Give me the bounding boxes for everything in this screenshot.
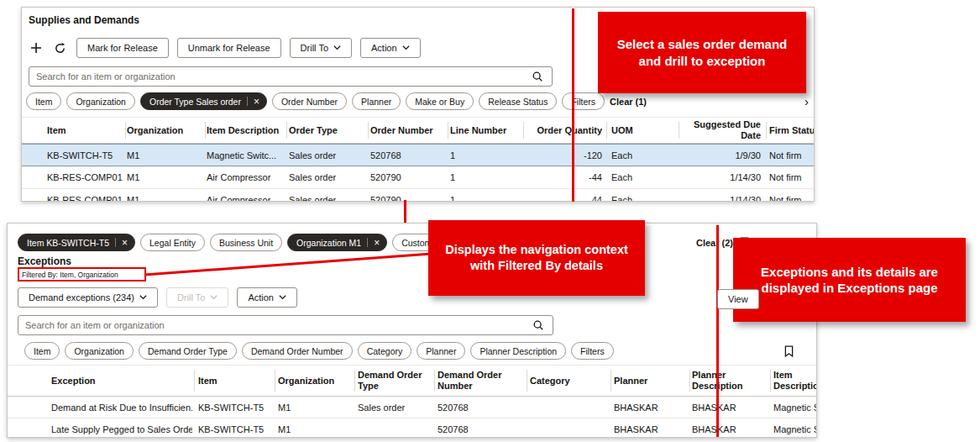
exception-type-dropdown[interactable]: Demand exceptions (234)	[18, 287, 158, 308]
filter-chip-filters[interactable]: Filters	[562, 92, 605, 110]
filter-chip-item[interactable]: Item	[26, 92, 61, 110]
cell-exception: Late Supply Pegged to Sales Order	[51, 418, 192, 438]
cell-planner-description: BHASKAR	[692, 397, 766, 418]
cell-firm-status: Not firm	[769, 166, 815, 188]
close-icon[interactable]: ×	[254, 97, 259, 107]
column-separator	[689, 370, 690, 392]
column-header-uom[interactable]: UOM	[611, 118, 677, 143]
supplies-row-2[interactable]: KB-RES-COMP01 M1 Air Compressor Sales or…	[22, 166, 814, 189]
mark-for-release-button[interactable]: Mark for Release	[76, 38, 169, 58]
cell-order-quantity: -44	[526, 166, 602, 188]
filter-chip-planner[interactable]: Planner	[352, 92, 401, 110]
action-button[interactable]: Action	[237, 287, 297, 308]
column-header-item-description[interactable]: Item Description	[773, 366, 817, 396]
active-context-chip-item[interactable]: Item KB-SWITCH-T5 ×	[18, 234, 135, 251]
button-label: View	[728, 294, 748, 304]
column-separator	[606, 122, 607, 139]
cell-firm-status: Not firm	[769, 145, 815, 166]
button-label: Mark for Release	[87, 43, 158, 53]
button-label: Action	[371, 43, 397, 53]
filter-chip-planner-description[interactable]: Planner Description	[470, 342, 566, 360]
cell-item: KB-RES-COMP01	[47, 166, 123, 188]
filter-chip-filters[interactable]: Filters	[571, 342, 614, 360]
filter-chip-organization[interactable]: Organization	[66, 92, 135, 110]
filter-chip-planner[interactable]: Planner	[417, 342, 465, 360]
cell-order-number: 520768	[370, 145, 446, 166]
view-button[interactable]: View	[717, 289, 759, 309]
column-header-order-number[interactable]: Order Number	[370, 118, 446, 143]
action-button[interactable]: Action	[360, 38, 421, 58]
column-header-organization[interactable]: Organization	[127, 118, 202, 143]
filter-chip-demand-order-type[interactable]: Demand Order Type	[139, 342, 237, 360]
filtered-by-text: Filtered By: Item, Organization	[22, 271, 118, 279]
cell-organization: M1	[278, 397, 354, 418]
unmark-for-release-button[interactable]: Unmark for Release	[177, 38, 281, 58]
column-header-demand-order-number[interactable]: Demand Order Number	[438, 366, 521, 396]
drill-to-button[interactable]: Drill To	[290, 38, 352, 58]
bookmark-icon[interactable]	[783, 345, 795, 357]
cell-item: KB-SWITCH-T5	[47, 145, 123, 166]
cell-order-number: 520790	[370, 189, 446, 202]
supplies-row-3-partial[interactable]: KB-RES-COMP01 M1 Air Compressor Sales or…	[22, 189, 814, 202]
close-icon[interactable]: ×	[122, 238, 128, 248]
exceptions-table-header: Exception Item Organization Demand Order…	[8, 365, 816, 397]
clear-context-link[interactable]: Clear (2)	[696, 238, 733, 248]
column-header-category[interactable]: Category	[530, 366, 605, 396]
chip-divider	[115, 238, 116, 247]
chip-label: Demand Order Number	[251, 346, 343, 356]
column-header-order-type[interactable]: Order Type	[289, 118, 366, 143]
column-header-item-description[interactable]: Item Description	[207, 118, 285, 143]
filter-chip-item[interactable]: Item	[24, 342, 60, 360]
exceptions-row-2-partial[interactable]: Late Supply Pegged to Sales Order KB-SWI…	[8, 418, 816, 438]
column-header-planner-description[interactable]: Planner Description	[692, 366, 766, 396]
active-filter-chip-order-type[interactable]: Order Type Sales order ×	[140, 92, 267, 110]
clear-filters-link[interactable]: Clear (1)	[610, 97, 647, 107]
chip-label: Release Status	[488, 97, 548, 107]
chevron-right-icon[interactable]: ›	[804, 95, 809, 108]
column-header-firm-status[interactable]: Firm Status	[769, 118, 815, 143]
column-header-organization[interactable]: Organization	[278, 366, 354, 396]
column-header-planner[interactable]: Planner	[614, 366, 686, 396]
column-header-item[interactable]: Item	[47, 118, 123, 143]
search-input[interactable]	[25, 320, 531, 330]
cell-line-number: 1	[450, 189, 526, 202]
chevron-down-icon	[279, 295, 286, 300]
search-icon[interactable]	[531, 319, 546, 331]
cell-item-description: Magnetic Switc...	[773, 418, 817, 438]
refresh-icon[interactable]	[52, 42, 68, 55]
search-input[interactable]	[36, 71, 530, 82]
cell-demand-order-number: 520768	[438, 418, 521, 438]
column-header-suggested-due-date[interactable]: Suggested Due Date	[681, 118, 761, 143]
column-header-item[interactable]: Item	[198, 366, 274, 396]
column-header-line-number[interactable]: Line Number	[450, 118, 526, 143]
column-separator	[275, 370, 275, 392]
column-separator	[766, 122, 767, 139]
search-icon[interactable]	[530, 71, 545, 82]
cell-exception: Demand at Risk Due to Insufficien...	[51, 397, 192, 418]
exceptions-row-1[interactable]: Demand at Risk Due to Insufficien... KB-…	[8, 397, 816, 418]
cell-order-quantity: -120	[526, 145, 602, 166]
column-separator	[354, 370, 355, 392]
cell-suggested-due-date: 1/14/30	[681, 189, 761, 202]
add-icon[interactable]	[29, 42, 44, 54]
chevron-down-icon	[333, 45, 341, 50]
column-separator	[679, 122, 679, 139]
filter-chip-organization[interactable]: Organization	[65, 342, 134, 360]
filter-chip-make-or-buy[interactable]: Make or Buy	[406, 92, 474, 110]
chevron-down-icon	[210, 295, 217, 300]
chip-divider	[247, 97, 248, 106]
cell-demand-order-type: Sales order	[358, 397, 432, 418]
column-header-demand-order-type[interactable]: Demand Order Type	[358, 366, 432, 396]
supplies-row-selected[interactable]: KB-SWITCH-T5 M1 Magnetic Switc... Sales …	[22, 144, 814, 166]
column-separator	[194, 370, 195, 392]
filter-chip-release-status[interactable]: Release Status	[479, 92, 557, 110]
filter-chip-category[interactable]: Category	[358, 342, 412, 360]
filter-chip-demand-order-number[interactable]: Demand Order Number	[242, 342, 353, 360]
cell-firm-status: Not firm	[769, 189, 815, 202]
column-header-exception[interactable]: Exception	[51, 366, 192, 396]
screenshot-canvas: Supplies and Demands Mark for Release Un…	[0, 0, 980, 442]
filter-chip-order-number[interactable]: Order Number	[272, 92, 347, 110]
column-header-order-quantity[interactable]: Order Quantity	[526, 118, 602, 143]
chip-label: Order Type Sales order	[149, 97, 241, 107]
chip-label: Make or Buy	[415, 97, 464, 107]
